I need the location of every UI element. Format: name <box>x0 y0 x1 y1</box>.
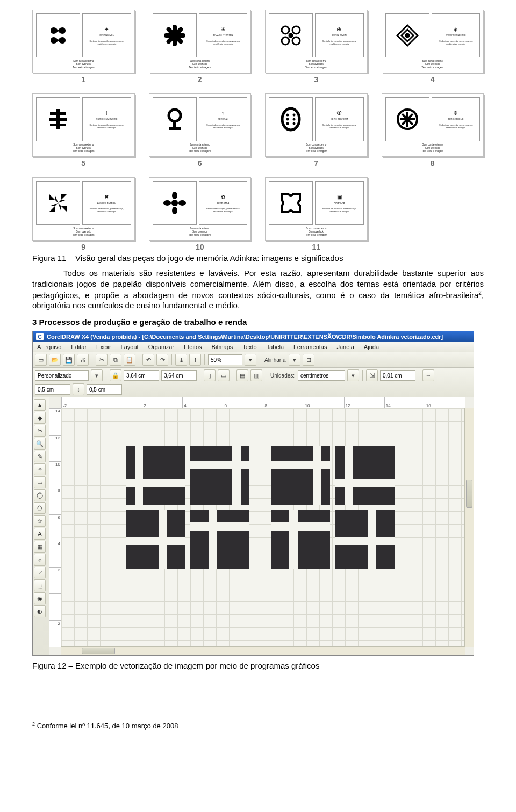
nudge-icon: ⇲ <box>366 369 378 381</box>
new-button[interactable]: ▭ <box>35 354 47 366</box>
rect-tool[interactable]: ▭ <box>34 476 46 488</box>
copy-button[interactable]: ⧉ <box>110 354 121 366</box>
shapes-tool[interactable]: ☆ <box>34 515 46 527</box>
polygon-tool[interactable]: ⬠ <box>34 502 46 514</box>
dup-x-input[interactable]: 0,5 cm <box>35 384 70 395</box>
symbol-desc: ◈ OWO FORO ADOBE Símbolo de exceção, per… <box>432 13 480 57</box>
units-select[interactable]: centímetros <box>298 370 345 381</box>
menu-arquivo[interactable]: Arquivo <box>35 343 63 351</box>
pages-button[interactable]: ▤ <box>236 369 248 381</box>
dropper-tool[interactable]: ⟋ <box>34 567 46 578</box>
open-button[interactable]: 📂 <box>49 354 61 366</box>
symbol-image <box>36 181 80 225</box>
coreldraw-menubar[interactable]: Arquivo Editar Exibir Layout Organizar E… <box>33 342 474 352</box>
svg-point-19 <box>293 114 296 117</box>
svg-point-8 <box>289 34 292 37</box>
preset-dropdown-icon[interactable]: ▾ <box>91 369 103 381</box>
page-height-input[interactable]: 3,64 cm <box>161 370 197 381</box>
game-card: ✖ AKOBEN EKYEMU Símbolo de exceção, pers… <box>32 177 135 241</box>
menu-bitmaps[interactable]: Bitmaps <box>210 343 235 351</box>
symbol-image <box>269 181 313 225</box>
text-tool[interactable]: A <box>34 528 46 540</box>
coreldraw-titlebar[interactable]: C CorelDRAW X4 (Venda proibida) - [C:\Do… <box>33 331 474 342</box>
thumb-number: 4 <box>431 75 435 84</box>
symbol-desc: ☸ ADINKRAHENE Símbolo de exceção, persev… <box>432 97 480 141</box>
nudge-input[interactable]: 0,01 cm <box>380 370 415 381</box>
zoom-tool[interactable]: 🔍 <box>34 438 46 450</box>
svg-point-14 <box>169 110 181 121</box>
menu-ferramentas[interactable]: Ferramentas <box>291 343 329 351</box>
freehand-tool[interactable]: ✎ <box>34 451 46 462</box>
svg-point-34 <box>163 200 171 206</box>
print-button[interactable]: 🖨 <box>77 354 89 366</box>
canvas[interactable] <box>61 408 465 647</box>
outline-tool[interactable]: ⬚ <box>34 579 46 591</box>
undo-button[interactable]: ↶ <box>142 354 154 366</box>
crop-tool[interactable]: ✂ <box>34 425 46 437</box>
menu-janela[interactable]: Janela <box>334 343 356 351</box>
adinkra-symbol-right[interactable] <box>271 446 395 569</box>
units-dropdown-icon[interactable]: ▾ <box>347 369 359 381</box>
fill-tool[interactable]: ◉ <box>34 592 46 604</box>
menu-tabela[interactable]: Tabela <box>264 343 286 351</box>
redo-button[interactable]: ↷ <box>156 354 168 366</box>
zoom-input[interactable]: 50% <box>208 354 242 365</box>
scrollbar-horizontal[interactable] <box>61 646 465 655</box>
menu-editar[interactable]: Editar <box>69 343 89 351</box>
thumb-number: 2 <box>198 75 202 84</box>
symbol-image <box>36 13 80 57</box>
coreldraw-logo-icon: C <box>36 333 44 340</box>
symbol-desc: ♀ ODOSRAN Símbolo de exceção, perseveran… <box>199 97 247 141</box>
menu-exibir[interactable]: Exibir <box>94 343 113 351</box>
vector-artwork[interactable] <box>126 446 395 569</box>
shape-tool[interactable]: ◆ <box>34 412 46 424</box>
pages2-button[interactable]: ▥ <box>250 369 262 381</box>
smart-tool[interactable]: ✧ <box>34 463 46 475</box>
interactive-fill-tool[interactable]: ◐ <box>34 605 46 617</box>
portrait-button[interactable]: ▯ <box>204 369 216 381</box>
dup-y-input[interactable]: 0,5 cm <box>87 384 122 395</box>
blend-tool[interactable]: ⟐ <box>34 554 46 566</box>
page-preset-select[interactable]: Personalizado <box>35 370 89 381</box>
scrollbar-vertical[interactable] <box>464 408 474 647</box>
thumb-slot: ▣ FIHANKRA Símbolo de exceção, persevera… <box>265 177 368 251</box>
pick-tool[interactable]: ▲ <box>34 399 46 411</box>
save-button[interactable]: 💾 <box>63 354 75 366</box>
card-caption: Som conta externo Som overlock Tem texto… <box>385 141 481 153</box>
menu-organizar[interactable]: Organizar <box>146 343 176 351</box>
alinhar-dropdown[interactable]: ▾ <box>289 354 300 366</box>
game-card: ✳ ANANSE NTONTAN Símbolo de exceção, per… <box>149 10 252 73</box>
dup-x-icon: ↔ <box>422 369 434 381</box>
game-card: ✦ DWENNIMMEN Símbolo de exceção, perseve… <box>32 10 135 73</box>
menu-texto[interactable]: Texto <box>240 343 259 351</box>
symbol-desc: ✿ BESE SAKA Símbolo de exceção, persever… <box>199 181 247 225</box>
page-width-input[interactable]: 3,64 cm <box>124 370 159 381</box>
menu-ajuda[interactable]: Ajuda <box>362 343 381 351</box>
thumb-number: 7 <box>314 159 318 168</box>
import-button[interactable]: ⤓ <box>175 354 187 366</box>
ruler-vertical[interactable]: 14 12 10 8 6 4 2 -2 <box>49 408 62 647</box>
ellipse-tool[interactable]: ◯ <box>34 489 46 501</box>
paste-button[interactable]: 📋 <box>124 354 135 366</box>
thumb-number: 1 <box>81 75 85 84</box>
ruler-horizontal[interactable]: -2 2 4 6 8 10 12 14 16 <box>61 397 465 409</box>
landscape-button[interactable]: ▭ <box>218 369 230 381</box>
snap-button[interactable]: ⊞ <box>303 354 314 366</box>
lock-icon[interactable]: 🔒 <box>110 369 121 381</box>
export-button[interactable]: ⤒ <box>189 354 201 366</box>
game-card: ֍ DWENI MMEN Símbolo de exceção, perseve… <box>265 10 368 73</box>
game-card: ▣ FIHANKRA Símbolo de exceção, persevera… <box>265 177 368 241</box>
zoom-dropdown-icon[interactable]: ▾ <box>245 354 256 366</box>
card-caption: Som conta externo Som overlock Tem texto… <box>269 141 364 153</box>
concave-sq-icon <box>277 190 304 216</box>
cut-button[interactable]: ✂ <box>96 354 108 366</box>
menu-layout[interactable]: Layout <box>119 343 141 351</box>
symbol-image <box>385 97 429 141</box>
figure-11-caption: Figura 11 – Visão geral das peças do jog… <box>32 253 484 263</box>
adinkra-symbol-left[interactable] <box>126 446 249 569</box>
svg-point-32 <box>178 200 186 206</box>
svg-point-31 <box>172 192 177 199</box>
svg-point-20 <box>286 118 289 121</box>
menu-efeitos[interactable]: Efeitos <box>182 343 204 351</box>
table-tool[interactable]: ▦ <box>34 541 46 553</box>
